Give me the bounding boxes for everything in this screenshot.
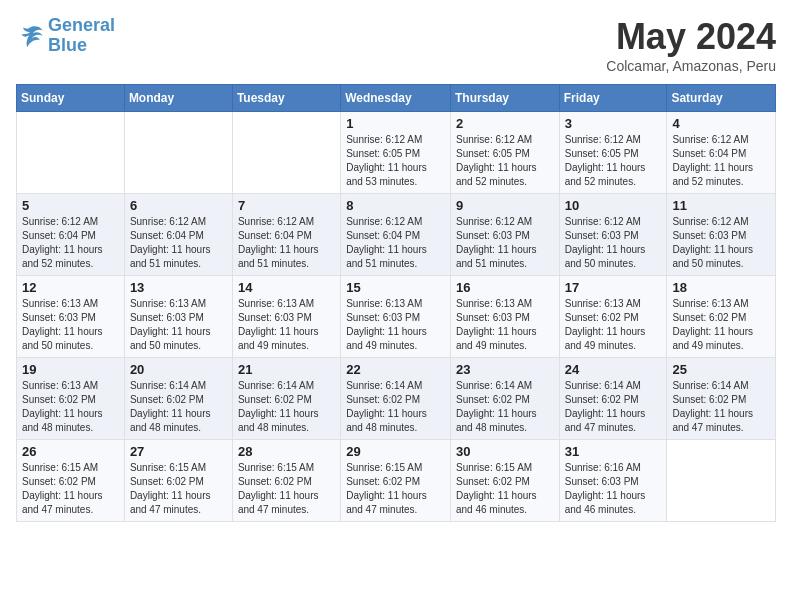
- month-title: May 2024: [606, 16, 776, 58]
- day-info: Sunrise: 6:12 AM Sunset: 6:04 PM Dayligh…: [346, 215, 445, 271]
- header-friday: Friday: [559, 85, 667, 112]
- calendar-cell: [667, 440, 776, 522]
- day-info: Sunrise: 6:14 AM Sunset: 6:02 PM Dayligh…: [130, 379, 227, 435]
- logo: General Blue: [16, 16, 115, 56]
- calendar-week-row: 1Sunrise: 6:12 AM Sunset: 6:05 PM Daylig…: [17, 112, 776, 194]
- day-info: Sunrise: 6:14 AM Sunset: 6:02 PM Dayligh…: [672, 379, 770, 435]
- calendar-cell: 3Sunrise: 6:12 AM Sunset: 6:05 PM Daylig…: [559, 112, 667, 194]
- calendar-cell: 9Sunrise: 6:12 AM Sunset: 6:03 PM Daylig…: [450, 194, 559, 276]
- calendar-cell: 6Sunrise: 6:12 AM Sunset: 6:04 PM Daylig…: [124, 194, 232, 276]
- day-number: 8: [346, 198, 445, 213]
- day-number: 31: [565, 444, 662, 459]
- day-number: 19: [22, 362, 119, 377]
- day-info: Sunrise: 6:13 AM Sunset: 6:02 PM Dayligh…: [22, 379, 119, 435]
- day-info: Sunrise: 6:12 AM Sunset: 6:04 PM Dayligh…: [672, 133, 770, 189]
- day-info: Sunrise: 6:14 AM Sunset: 6:02 PM Dayligh…: [346, 379, 445, 435]
- day-number: 4: [672, 116, 770, 131]
- day-info: Sunrise: 6:12 AM Sunset: 6:05 PM Dayligh…: [346, 133, 445, 189]
- header-thursday: Thursday: [450, 85, 559, 112]
- header-sunday: Sunday: [17, 85, 125, 112]
- page-header: General Blue May 2024 Colcamar, Amazonas…: [16, 16, 776, 74]
- calendar-cell: 16Sunrise: 6:13 AM Sunset: 6:03 PM Dayli…: [450, 276, 559, 358]
- day-number: 15: [346, 280, 445, 295]
- calendar-cell: 8Sunrise: 6:12 AM Sunset: 6:04 PM Daylig…: [341, 194, 451, 276]
- day-number: 18: [672, 280, 770, 295]
- calendar-cell: 11Sunrise: 6:12 AM Sunset: 6:03 PM Dayli…: [667, 194, 776, 276]
- day-number: 16: [456, 280, 554, 295]
- day-number: 10: [565, 198, 662, 213]
- weekday-header-row: Sunday Monday Tuesday Wednesday Thursday…: [17, 85, 776, 112]
- calendar-week-row: 26Sunrise: 6:15 AM Sunset: 6:02 PM Dayli…: [17, 440, 776, 522]
- calendar-cell: 4Sunrise: 6:12 AM Sunset: 6:04 PM Daylig…: [667, 112, 776, 194]
- calendar-cell: 2Sunrise: 6:12 AM Sunset: 6:05 PM Daylig…: [450, 112, 559, 194]
- day-number: 23: [456, 362, 554, 377]
- day-info: Sunrise: 6:14 AM Sunset: 6:02 PM Dayligh…: [565, 379, 662, 435]
- day-number: 28: [238, 444, 335, 459]
- calendar-week-row: 19Sunrise: 6:13 AM Sunset: 6:02 PM Dayli…: [17, 358, 776, 440]
- calendar-cell: 24Sunrise: 6:14 AM Sunset: 6:02 PM Dayli…: [559, 358, 667, 440]
- day-number: 27: [130, 444, 227, 459]
- calendar-cell: 10Sunrise: 6:12 AM Sunset: 6:03 PM Dayli…: [559, 194, 667, 276]
- calendar-cell: [17, 112, 125, 194]
- day-info: Sunrise: 6:12 AM Sunset: 6:04 PM Dayligh…: [238, 215, 335, 271]
- day-number: 7: [238, 198, 335, 213]
- day-info: Sunrise: 6:14 AM Sunset: 6:02 PM Dayligh…: [238, 379, 335, 435]
- day-number: 26: [22, 444, 119, 459]
- title-block: May 2024 Colcamar, Amazonas, Peru: [606, 16, 776, 74]
- day-info: Sunrise: 6:15 AM Sunset: 6:02 PM Dayligh…: [130, 461, 227, 517]
- header-saturday: Saturday: [667, 85, 776, 112]
- calendar-cell: 27Sunrise: 6:15 AM Sunset: 6:02 PM Dayli…: [124, 440, 232, 522]
- day-number: 29: [346, 444, 445, 459]
- calendar-cell: 7Sunrise: 6:12 AM Sunset: 6:04 PM Daylig…: [232, 194, 340, 276]
- day-info: Sunrise: 6:12 AM Sunset: 6:05 PM Dayligh…: [456, 133, 554, 189]
- calendar-cell: 29Sunrise: 6:15 AM Sunset: 6:02 PM Dayli…: [341, 440, 451, 522]
- day-info: Sunrise: 6:12 AM Sunset: 6:05 PM Dayligh…: [565, 133, 662, 189]
- calendar-cell: 21Sunrise: 6:14 AM Sunset: 6:02 PM Dayli…: [232, 358, 340, 440]
- logo-line1: General: [48, 15, 115, 35]
- calendar-week-row: 12Sunrise: 6:13 AM Sunset: 6:03 PM Dayli…: [17, 276, 776, 358]
- day-info: Sunrise: 6:15 AM Sunset: 6:02 PM Dayligh…: [346, 461, 445, 517]
- day-number: 9: [456, 198, 554, 213]
- calendar-table: Sunday Monday Tuesday Wednesday Thursday…: [16, 84, 776, 522]
- location-subtitle: Colcamar, Amazonas, Peru: [606, 58, 776, 74]
- calendar-cell: 25Sunrise: 6:14 AM Sunset: 6:02 PM Dayli…: [667, 358, 776, 440]
- day-info: Sunrise: 6:12 AM Sunset: 6:03 PM Dayligh…: [565, 215, 662, 271]
- day-info: Sunrise: 6:13 AM Sunset: 6:03 PM Dayligh…: [346, 297, 445, 353]
- day-info: Sunrise: 6:12 AM Sunset: 6:03 PM Dayligh…: [456, 215, 554, 271]
- calendar-cell: 22Sunrise: 6:14 AM Sunset: 6:02 PM Dayli…: [341, 358, 451, 440]
- calendar-cell: 19Sunrise: 6:13 AM Sunset: 6:02 PM Dayli…: [17, 358, 125, 440]
- header-wednesday: Wednesday: [341, 85, 451, 112]
- calendar-cell: 5Sunrise: 6:12 AM Sunset: 6:04 PM Daylig…: [17, 194, 125, 276]
- day-number: 13: [130, 280, 227, 295]
- header-monday: Monday: [124, 85, 232, 112]
- day-info: Sunrise: 6:13 AM Sunset: 6:03 PM Dayligh…: [238, 297, 335, 353]
- calendar-cell: 20Sunrise: 6:14 AM Sunset: 6:02 PM Dayli…: [124, 358, 232, 440]
- calendar-cell: 14Sunrise: 6:13 AM Sunset: 6:03 PM Dayli…: [232, 276, 340, 358]
- day-info: Sunrise: 6:15 AM Sunset: 6:02 PM Dayligh…: [238, 461, 335, 517]
- calendar-cell: [124, 112, 232, 194]
- day-info: Sunrise: 6:14 AM Sunset: 6:02 PM Dayligh…: [456, 379, 554, 435]
- logo-icon: [16, 22, 44, 50]
- calendar-cell: 17Sunrise: 6:13 AM Sunset: 6:02 PM Dayli…: [559, 276, 667, 358]
- calendar-cell: 31Sunrise: 6:16 AM Sunset: 6:03 PM Dayli…: [559, 440, 667, 522]
- day-number: 20: [130, 362, 227, 377]
- header-tuesday: Tuesday: [232, 85, 340, 112]
- calendar-cell: 26Sunrise: 6:15 AM Sunset: 6:02 PM Dayli…: [17, 440, 125, 522]
- logo-text: General Blue: [48, 16, 115, 56]
- day-number: 5: [22, 198, 119, 213]
- day-number: 2: [456, 116, 554, 131]
- day-number: 22: [346, 362, 445, 377]
- day-number: 6: [130, 198, 227, 213]
- calendar-cell: 23Sunrise: 6:14 AM Sunset: 6:02 PM Dayli…: [450, 358, 559, 440]
- day-number: 25: [672, 362, 770, 377]
- calendar-cell: 28Sunrise: 6:15 AM Sunset: 6:02 PM Dayli…: [232, 440, 340, 522]
- day-info: Sunrise: 6:12 AM Sunset: 6:04 PM Dayligh…: [22, 215, 119, 271]
- day-number: 24: [565, 362, 662, 377]
- calendar-cell: 12Sunrise: 6:13 AM Sunset: 6:03 PM Dayli…: [17, 276, 125, 358]
- day-info: Sunrise: 6:13 AM Sunset: 6:03 PM Dayligh…: [456, 297, 554, 353]
- day-number: 21: [238, 362, 335, 377]
- day-info: Sunrise: 6:12 AM Sunset: 6:03 PM Dayligh…: [672, 215, 770, 271]
- day-number: 12: [22, 280, 119, 295]
- day-number: 11: [672, 198, 770, 213]
- day-number: 1: [346, 116, 445, 131]
